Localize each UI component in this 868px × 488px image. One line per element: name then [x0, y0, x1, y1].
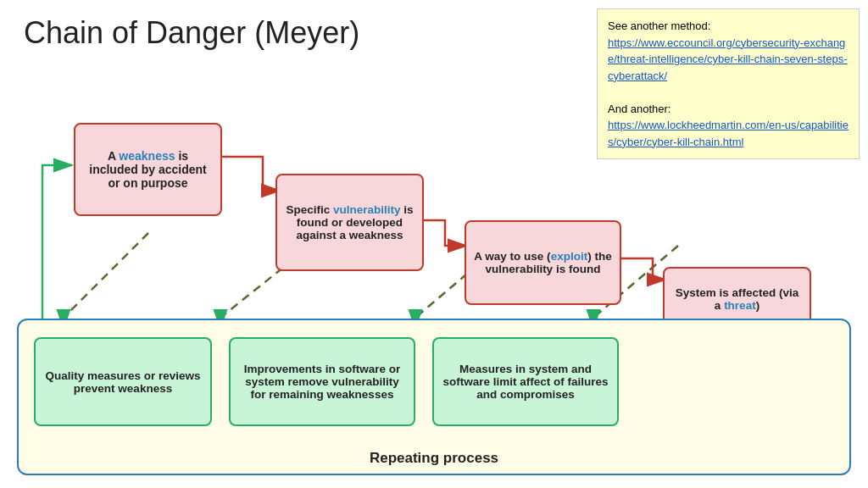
green-box-quality: Quality measures or reviews prevent weak…	[34, 337, 212, 426]
svg-line-0	[64, 233, 148, 318]
green-box-improvements: Improvements in software or system remov…	[229, 337, 415, 426]
bottom-container: Quality measures or reviews prevent weak…	[17, 319, 851, 475]
see-another-label: See another method:	[608, 19, 710, 32]
green-box-measures: Measures in system and software limit af…	[432, 337, 619, 426]
exploit-text: exploit	[551, 250, 588, 263]
weakness-text: weakness	[119, 149, 175, 163]
page-title: Chain of Danger (Meyer)	[24, 15, 359, 51]
node2-vulnerability: Specific vulnerability is found or devel…	[275, 174, 424, 271]
threat-text: threat	[724, 299, 756, 312]
vulnerability-text: vulnerability	[333, 203, 401, 216]
node1-weakness: A weakness is included by accident or on…	[74, 123, 222, 216]
repeating-label: Repeating process	[19, 450, 849, 467]
diagram: A weakness is included by accident or on…	[17, 64, 851, 475]
node3-exploit: A way to use (exploit) the vulnerability…	[465, 220, 621, 305]
